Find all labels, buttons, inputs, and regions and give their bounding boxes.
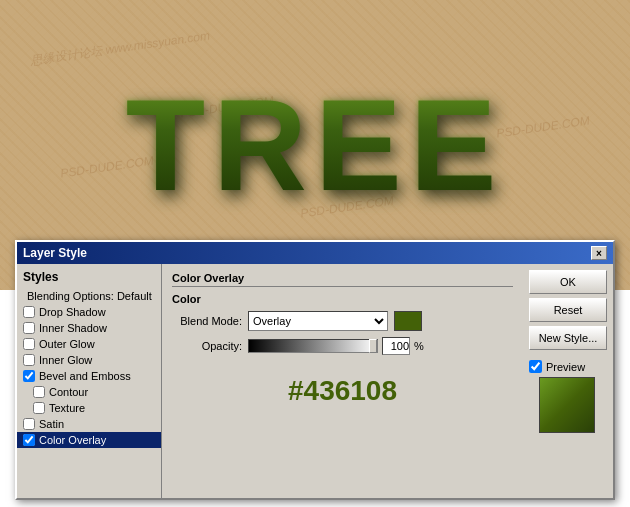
percent-label: % bbox=[414, 340, 424, 352]
preview-swatch bbox=[539, 377, 595, 433]
style-item-color-overlay[interactable]: Color Overlay bbox=[17, 432, 161, 448]
blend-mode-row: Blend Mode: Overlay Normal Multiply Scre… bbox=[172, 311, 513, 331]
contour-checkbox[interactable] bbox=[33, 386, 45, 398]
style-item-outer-glow[interactable]: Outer Glow bbox=[17, 336, 161, 352]
opacity-slider[interactable] bbox=[248, 339, 378, 353]
dialog-overlay: Layer Style × Styles Blending Options: D… bbox=[0, 240, 630, 507]
preview-label: Preview bbox=[546, 361, 585, 373]
style-item-contour[interactable]: Contour bbox=[17, 384, 161, 400]
preview-checkbox[interactable] bbox=[529, 360, 542, 373]
ok-button[interactable]: OK bbox=[529, 270, 607, 294]
style-item-texture[interactable]: Texture bbox=[17, 400, 161, 416]
preview-section: Preview bbox=[529, 360, 607, 433]
layer-style-dialog: Layer Style × Styles Blending Options: D… bbox=[15, 240, 615, 500]
style-item-inner-shadow[interactable]: Inner Shadow bbox=[17, 320, 161, 336]
tree-text: TREE bbox=[126, 70, 505, 220]
styles-header: Styles bbox=[17, 268, 161, 288]
right-panel: OK Reset New Style... Preview bbox=[523, 264, 613, 498]
opacity-value-input[interactable] bbox=[382, 337, 410, 355]
color-overlay-label: Color Overlay bbox=[39, 434, 106, 446]
style-item-satin[interactable]: Satin bbox=[17, 416, 161, 432]
style-item-drop-shadow[interactable]: Drop Shadow bbox=[17, 304, 161, 320]
blend-mode-label: Blend Mode: bbox=[172, 315, 242, 327]
hex-display: #436108 bbox=[172, 375, 513, 407]
style-item-inner-glow[interactable]: Inner Glow bbox=[17, 352, 161, 368]
style-item-bevel-emboss[interactable]: Bevel and Emboss bbox=[17, 368, 161, 384]
texture-checkbox[interactable] bbox=[33, 402, 45, 414]
satin-checkbox[interactable] bbox=[23, 418, 35, 430]
dialog-title: Layer Style bbox=[23, 246, 87, 260]
outer-glow-checkbox[interactable] bbox=[23, 338, 35, 350]
styles-panel: Styles Blending Options: Default Drop Sh… bbox=[17, 264, 162, 498]
dialog-titlebar: Layer Style × bbox=[17, 242, 613, 264]
style-item-blending-options[interactable]: Blending Options: Default bbox=[17, 288, 161, 304]
opacity-row: Opacity: % bbox=[172, 337, 513, 355]
section-title: Color Overlay bbox=[172, 272, 513, 287]
opacity-label: Opacity: bbox=[172, 340, 242, 352]
new-style-button[interactable]: New Style... bbox=[529, 326, 607, 350]
color-overlay-checkbox[interactable] bbox=[23, 434, 35, 446]
opacity-slider-container: % bbox=[248, 337, 424, 355]
drop-shadow-checkbox[interactable] bbox=[23, 306, 35, 318]
reset-button[interactable]: Reset bbox=[529, 298, 607, 322]
blend-mode-select[interactable]: Overlay Normal Multiply Screen Soft Ligh… bbox=[248, 311, 388, 331]
dialog-close-button[interactable]: × bbox=[591, 246, 607, 260]
color-swatch[interactable] bbox=[394, 311, 422, 331]
preview-checkbox-row[interactable]: Preview bbox=[529, 360, 585, 373]
sub-section-title: Color bbox=[172, 293, 513, 305]
dialog-body: Styles Blending Options: Default Drop Sh… bbox=[17, 264, 613, 498]
inner-shadow-checkbox[interactable] bbox=[23, 322, 35, 334]
bevel-emboss-checkbox[interactable] bbox=[23, 370, 35, 382]
inner-glow-checkbox[interactable] bbox=[23, 354, 35, 366]
center-panel: Color Overlay Color Blend Mode: Overlay … bbox=[162, 264, 523, 498]
